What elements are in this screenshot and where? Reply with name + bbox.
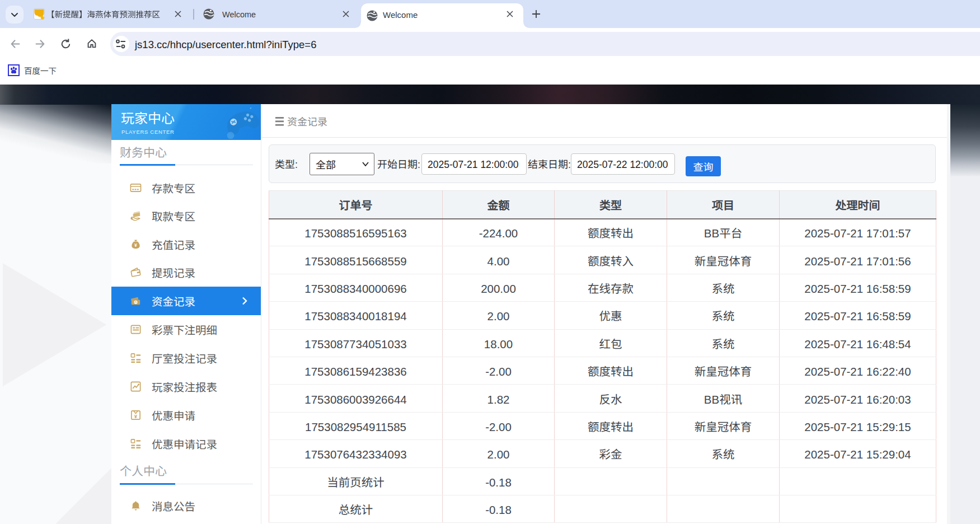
svg-text:¥: ¥ <box>134 241 137 248</box>
svg-text:¥: ¥ <box>134 412 138 420</box>
svg-text:¥: ¥ <box>135 300 137 305</box>
